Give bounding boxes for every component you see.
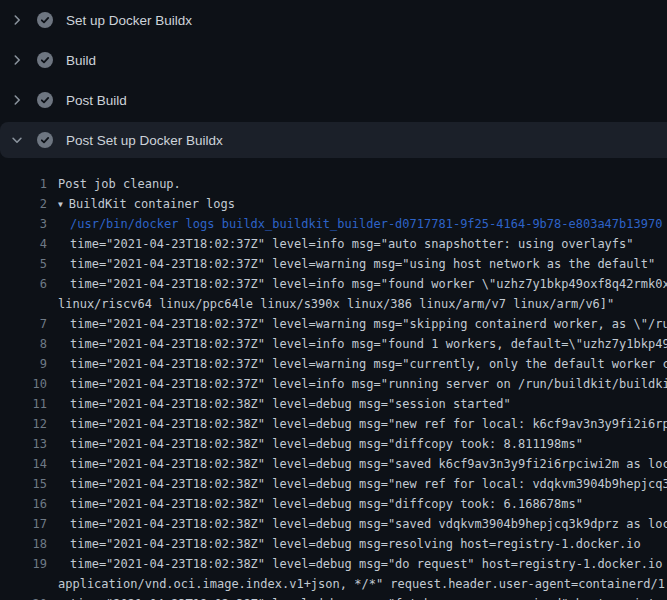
- check-circle-icon: [37, 92, 53, 108]
- chevron-right-icon: [9, 52, 25, 68]
- log-row: 13time="2021-04-23T18:02:38Z" level=debu…: [0, 434, 667, 454]
- step-label: Set up Docker Buildx: [66, 13, 192, 28]
- line-number[interactable]: 12: [0, 414, 47, 434]
- step-label: Post Set up Docker Buildx: [66, 133, 223, 148]
- check-circle-icon: [37, 132, 53, 148]
- line-number[interactable]: 1: [0, 174, 47, 194]
- log-line-text: linux/riscv64 linux/ppc64le linux/s390x …: [58, 294, 614, 314]
- chevron-right-icon: [9, 92, 25, 108]
- log-command-text: /usr/bin/docker logs buildx_buildkit_bui…: [70, 214, 662, 234]
- line-number: [0, 294, 47, 314]
- log-row: 18time="2021-04-23T18:02:38Z" level=debu…: [0, 534, 667, 554]
- line-number[interactable]: 2: [0, 194, 47, 214]
- log-row: 3/usr/bin/docker logs buildx_buildkit_bu…: [0, 214, 667, 234]
- chevron-right-icon: [9, 12, 25, 28]
- log-line-text: time="2021-04-23T18:02:37Z" level=warnin…: [70, 314, 667, 334]
- line-number[interactable]: 8: [0, 334, 47, 354]
- log-line-text: time="2021-04-23T18:02:37Z" level=info m…: [70, 334, 667, 354]
- log-row: 17time="2021-04-23T18:02:38Z" level=debu…: [0, 514, 667, 534]
- line-number[interactable]: 7: [0, 314, 47, 334]
- check-circle-icon: [37, 52, 53, 68]
- steps-list: Set up Docker BuildxBuildPost BuildPost …: [0, 0, 667, 158]
- log-line-text: time="2021-04-23T18:02:37Z" level=info m…: [70, 274, 667, 294]
- log-group-toggle[interactable]: ▼BuildKit container logs: [58, 194, 235, 214]
- chevron-down-icon: [9, 132, 25, 148]
- line-number[interactable]: 17: [0, 514, 47, 534]
- line-number[interactable]: 16: [0, 494, 47, 514]
- log-line-text: time="2021-04-23T18:02:37Z" level=info m…: [70, 234, 634, 254]
- log-line-text: time="2021-04-23T18:02:38Z" level=debug …: [70, 554, 667, 574]
- line-number[interactable]: 3: [0, 214, 47, 234]
- log-row: 15time="2021-04-23T18:02:38Z" level=debu…: [0, 474, 667, 494]
- log-line-text: time="2021-04-23T18:02:38Z" level=debug …: [70, 494, 583, 514]
- step-header-post-build[interactable]: Post Build: [0, 80, 667, 120]
- log-row: 11time="2021-04-23T18:02:38Z" level=debu…: [0, 394, 667, 414]
- log-row: 19time="2021-04-23T18:02:38Z" level=debu…: [0, 554, 667, 574]
- log-row: 8time="2021-04-23T18:02:37Z" level=info …: [0, 334, 667, 354]
- log-line-text: time="2021-04-23T18:02:37Z" level=warnin…: [70, 254, 655, 274]
- line-number[interactable]: 20: [0, 594, 47, 600]
- line-number[interactable]: 15: [0, 474, 47, 494]
- line-number[interactable]: 6: [0, 274, 47, 294]
- log-row: 20time="2021-04-23T18:02:38Z" level=debu…: [0, 594, 667, 600]
- step-header-post-set-up-docker-buildx[interactable]: Post Set up Docker Buildx: [0, 122, 667, 158]
- log-line-text: time="2021-04-23T18:02:38Z" level=debug …: [70, 514, 667, 534]
- log-line-text: time="2021-04-23T18:02:38Z" level=debug …: [70, 474, 667, 494]
- log-line-text: time="2021-04-23T18:02:38Z" level=debug …: [70, 454, 667, 474]
- log-line-text: Post job cleanup.: [58, 174, 181, 194]
- log-viewer: 1Post job cleanup.2▼BuildKit container l…: [0, 160, 667, 600]
- log-line-text: time="2021-04-23T18:02:37Z" level=warnin…: [70, 354, 667, 374]
- log-row: 2▼BuildKit container logs: [0, 194, 667, 214]
- line-number[interactable]: 14: [0, 454, 47, 474]
- line-number: [0, 574, 47, 594]
- log-row: 9time="2021-04-23T18:02:37Z" level=warni…: [0, 354, 667, 374]
- log-group-label: BuildKit container logs: [69, 197, 235, 211]
- log-row: application/vnd.oci.image.index.v1+json,…: [0, 574, 667, 594]
- step-label: Post Build: [66, 93, 127, 108]
- log-row: linux/riscv64 linux/ppc64le linux/s390x …: [0, 294, 667, 314]
- check-circle-icon: [37, 12, 53, 28]
- log-line-text: time="2021-04-23T18:02:38Z" level=debug …: [70, 394, 511, 414]
- line-number[interactable]: 5: [0, 254, 47, 274]
- line-number[interactable]: 19: [0, 554, 47, 574]
- log-line-text: time="2021-04-23T18:02:38Z" level=debug …: [70, 414, 667, 434]
- log-line-text: time="2021-04-23T18:02:38Z" level=debug …: [70, 534, 641, 554]
- log-row: 10time="2021-04-23T18:02:37Z" level=info…: [0, 374, 667, 394]
- log-row: 16time="2021-04-23T18:02:38Z" level=debu…: [0, 494, 667, 514]
- log-row: 5time="2021-04-23T18:02:37Z" level=warni…: [0, 254, 667, 274]
- line-number[interactable]: 13: [0, 434, 47, 454]
- log-row: 7time="2021-04-23T18:02:37Z" level=warni…: [0, 314, 667, 334]
- line-number[interactable]: 11: [0, 394, 47, 414]
- line-number[interactable]: 10: [0, 374, 47, 394]
- log-line-text: time="2021-04-23T18:02:38Z" level=debug …: [70, 594, 667, 600]
- line-number[interactable]: 9: [0, 354, 47, 374]
- log-line-text: time="2021-04-23T18:02:37Z" level=info m…: [70, 374, 667, 394]
- log-row: 4time="2021-04-23T18:02:37Z" level=info …: [0, 234, 667, 254]
- log-row: 14time="2021-04-23T18:02:38Z" level=debu…: [0, 454, 667, 474]
- log-row: 6time="2021-04-23T18:02:37Z" level=info …: [0, 274, 667, 294]
- step-label: Build: [66, 53, 96, 68]
- step-header-set-up-docker-buildx[interactable]: Set up Docker Buildx: [0, 0, 667, 40]
- line-number[interactable]: 18: [0, 534, 47, 554]
- log-row: 1Post job cleanup.: [0, 174, 667, 194]
- line-number[interactable]: 4: [0, 234, 47, 254]
- group-expanded-triangle-icon: ▼: [58, 195, 63, 214]
- log-line-text: application/vnd.oci.image.index.v1+json,…: [58, 574, 667, 594]
- log-line-text: time="2021-04-23T18:02:38Z" level=debug …: [70, 434, 583, 454]
- log-row: 12time="2021-04-23T18:02:38Z" level=debu…: [0, 414, 667, 434]
- step-header-build[interactable]: Build: [0, 40, 667, 80]
